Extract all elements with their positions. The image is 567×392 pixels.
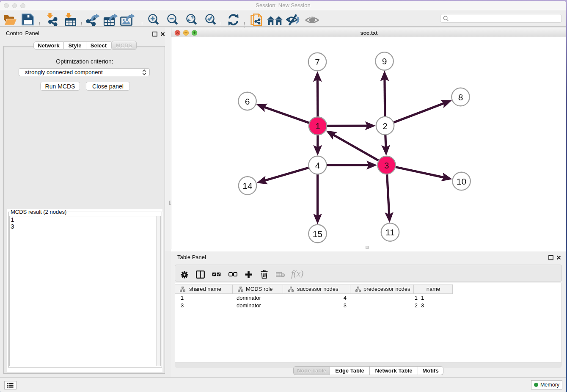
svg-text:15: 15 (313, 229, 322, 239)
svg-text:9: 9 (382, 56, 387, 66)
svg-text:1: 1 (315, 121, 320, 131)
svg-text:10: 10 (457, 177, 466, 186)
svg-text:4: 4 (315, 160, 320, 170)
svg-text:8: 8 (458, 92, 463, 102)
svg-text:2: 2 (383, 121, 388, 131)
svg-text:11: 11 (385, 227, 395, 237)
svg-text:3: 3 (384, 160, 389, 170)
svg-text:7: 7 (315, 57, 320, 67)
svg-text:14: 14 (242, 181, 253, 190)
svg-text:6: 6 (245, 97, 250, 106)
